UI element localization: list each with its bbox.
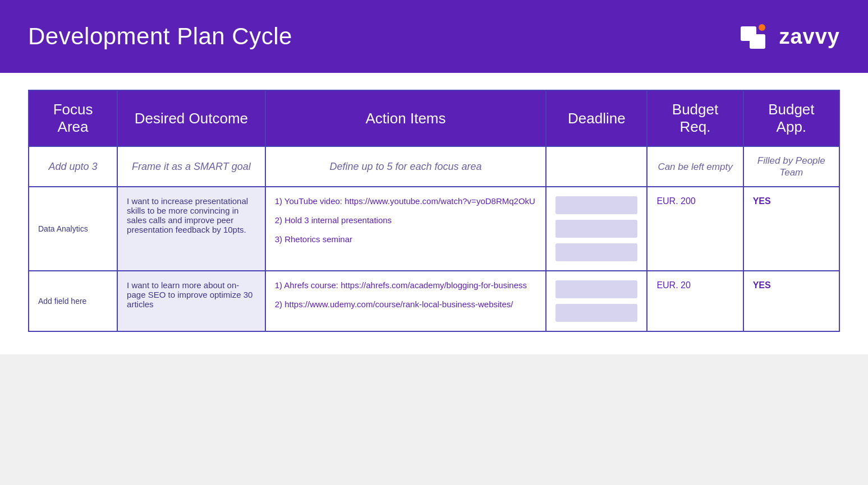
row1-desired-outcome: I want to increase presentational skills… <box>117 187 265 271</box>
zavvy-logo-icon <box>741 23 771 50</box>
svg-point-2 <box>759 24 765 31</box>
row1-action-items: 1) YouTube video: https://www.youtube.co… <box>265 187 546 271</box>
deadline-box-5 <box>555 304 637 322</box>
row1-action-items-text: 1) YouTube video: https://www.youtube.co… <box>275 196 535 244</box>
logo-area: zavvy <box>741 23 840 50</box>
subheader-action-items: Define up to 5 for each focus area <box>265 146 546 187</box>
col-focus-area: Focus Area <box>29 90 117 146</box>
row1-budget-req: EUR. 200 <box>647 187 743 271</box>
col-desired-outcome: Desired Outcome <box>117 90 265 146</box>
subheader-focus-area: Add upto 3 <box>29 146 117 187</box>
table-header-row: Focus Area Desired Outcome Action Items … <box>29 90 839 146</box>
deadline-box-1 <box>555 196 637 214</box>
row1-focus-area: Data Analytics <box>29 187 117 271</box>
row2-action-items-text: 1) Ahrefs course: https://ahrefs.com/aca… <box>275 280 527 309</box>
main-content: Focus Area Desired Outcome Action Items … <box>0 73 868 354</box>
page-title: Development Plan Cycle <box>28 23 292 50</box>
col-action-items: Action Items <box>265 90 546 146</box>
deadline-box-2 <box>555 220 637 238</box>
table-row: Data Analytics I want to increase presen… <box>29 187 839 271</box>
row1-deadline <box>546 187 647 271</box>
subheader-desired-outcome: Frame it as a SMART goal <box>117 146 265 187</box>
subheader-budget-app: Filled by People Team <box>743 146 839 187</box>
row1-deadline-boxes <box>555 196 637 261</box>
row2-action-items: 1) Ahrefs course: https://ahrefs.com/aca… <box>265 271 546 331</box>
col-budget-app: Budget App. <box>743 90 839 146</box>
table-subheader-row: Add upto 3 Frame it as a SMART goal Defi… <box>29 146 839 187</box>
plan-table: Focus Area Desired Outcome Action Items … <box>28 90 840 332</box>
row2-budget-app: YES <box>743 271 839 331</box>
page-header: Development Plan Cycle zavvy <box>0 0 868 73</box>
row2-desired-outcome: I want to learn more about on-page SEO t… <box>117 271 265 331</box>
row1-budget-app: YES <box>743 187 839 271</box>
row2-focus-area: Add field here <box>29 271 117 331</box>
logo-text: zavvy <box>779 25 840 49</box>
row2-deadline-boxes <box>555 280 637 322</box>
subheader-deadline <box>546 146 647 187</box>
deadline-box-4 <box>555 280 637 298</box>
row2-budget-req: EUR. 20 <box>647 271 743 331</box>
subheader-budget-req: Can be left empty <box>647 146 743 187</box>
table-row: Add field here I want to learn more abou… <box>29 271 839 331</box>
svg-rect-1 <box>750 34 765 49</box>
col-deadline: Deadline <box>546 90 647 146</box>
row2-deadline <box>546 271 647 331</box>
col-budget-req: Budget Req. <box>647 90 743 146</box>
deadline-box-3 <box>555 243 637 261</box>
